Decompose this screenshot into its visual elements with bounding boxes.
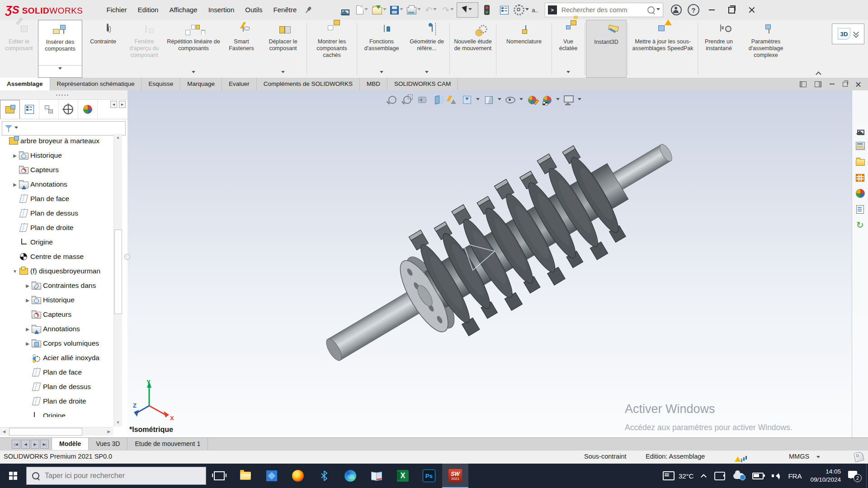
exploded-view-button[interactable]: Vue éclatée [553, 20, 584, 78]
expand-arrow-icon[interactable]: ▶ [24, 298, 31, 303]
document-minimize-icon[interactable] [830, 84, 835, 84]
undo-button[interactable]: ↶ [422, 2, 439, 18]
panel-grip[interactable] [0, 90, 127, 100]
show-hidden-components-button[interactable]: Montrer les composants cachés [308, 20, 356, 78]
sync-refresh-icon[interactable]: ↻ [855, 220, 866, 230]
previous-view-icon[interactable] [416, 94, 428, 106]
hidden-icons-button[interactable] [698, 464, 710, 488]
tree-item-root[interactable]: arbre broyeur à marteaux [0, 134, 113, 148]
bill-of-materials-button[interactable]: Nomenclature [497, 20, 551, 78]
menu-affichage[interactable]: Affichage [164, 0, 203, 20]
expand-arrow-icon[interactable]: ▶ [24, 341, 31, 346]
tab-property-manager[interactable] [20, 100, 39, 119]
solidworks-taskbar-button[interactable]: SW 2021 [442, 464, 468, 488]
annotations-visibility-icon[interactable] [446, 94, 458, 106]
tree-item-capteurs-2[interactable]: Capteurs [0, 307, 113, 322]
apply-scene-icon[interactable] [541, 94, 553, 106]
firefox-button[interactable] [285, 464, 311, 488]
design-library-icon[interactable] [855, 141, 866, 151]
tab-complements[interactable]: Compléments de SOLIDWORKS [257, 78, 360, 90]
tab-scroll-right-icon[interactable]: ▸ [119, 101, 126, 108]
tab-representation-schematique[interactable]: Représentation schématique [50, 78, 142, 90]
show-desktop-button[interactable] [866, 464, 868, 488]
section-view-icon[interactable] [431, 94, 443, 106]
tree-horizontal-scrollbar[interactable]: ◀ ▶ [0, 427, 113, 436]
photos-button[interactable] [259, 464, 285, 488]
tree-item-centre-de-masse[interactable]: Centre de masse [0, 249, 113, 264]
expand-arrow-icon[interactable]: ▶ [24, 283, 31, 288]
tab-etude-de-mouvement[interactable]: Etude de mouvement 1 [127, 438, 208, 450]
insert-components-dropdown[interactable] [38, 65, 82, 77]
tree-item-annotations[interactable]: ▶ Annotations [0, 177, 113, 192]
tree-item-contraintes[interactable]: ▶ Contraintes dans [0, 278, 113, 293]
minimize-button[interactable] [702, 0, 722, 20]
redo-button[interactable]: ↷ [439, 2, 457, 18]
command-search-input[interactable] [561, 6, 646, 14]
display-style-dropdown-icon[interactable] [498, 98, 501, 102]
tab-evaluer[interactable]: Evaluer [222, 78, 257, 90]
units-label[interactable]: MMGS [789, 453, 809, 460]
filter-dropdown-icon[interactable] [14, 127, 18, 131]
screen-cast-button[interactable] [710, 464, 729, 488]
taskbar-search[interactable] [26, 467, 206, 485]
home-button[interactable] [336, 2, 354, 18]
language-button[interactable]: FRA [784, 464, 806, 488]
help-button[interactable]: ? [685, 2, 702, 18]
file-explorer-icon[interactable] [855, 156, 866, 167]
tree-item-corps-volumiques[interactable]: ▶ Corps volumiques [0, 336, 113, 351]
view-orientation-icon[interactable] [461, 94, 473, 106]
zoom-to-area-icon[interactable] [401, 94, 413, 106]
volume-button[interactable] [768, 464, 784, 488]
menu-outils[interactable]: Outils [240, 0, 268, 20]
command-search[interactable]: > [545, 3, 663, 17]
tree-item-plan-de-dessus[interactable]: Plan de dessus [0, 206, 113, 221]
tree-item-plan-de-dessus-2[interactable]: Plan de dessus [0, 380, 113, 394]
pane-right-icon[interactable] [815, 81, 821, 87]
close-button[interactable] [742, 0, 762, 20]
take-snapshot-button[interactable]: Prendre un instantané [699, 20, 739, 78]
onedrive-button[interactable] [729, 464, 748, 488]
tree-item-origine-2[interactable]: Origine [0, 408, 113, 417]
options-button[interactable] [513, 2, 530, 18]
graphics-viewport[interactable]: ↻ Y X Z *Isométrique Activer Windows Acc… [127, 90, 868, 437]
panel-splitter-handle[interactable] [124, 254, 130, 260]
expand-arrow-icon[interactable]: ▶ [12, 182, 18, 187]
apply-scene-dropdown-icon[interactable] [556, 98, 560, 102]
property-tab-button[interactable] [495, 2, 513, 18]
next-tab-icon[interactable]: ▶ [31, 440, 39, 449]
view-palette-icon[interactable] [855, 172, 866, 183]
tree-vertical-scrollbar[interactable]: ▲ ▼ [113, 134, 122, 427]
reference-geometry-button[interactable]: Géométrie de référe... [405, 20, 448, 78]
edge-button[interactable] [337, 464, 363, 488]
expand-arrow-icon[interactable]: ▶ [12, 153, 18, 158]
book-app-button[interactable] [363, 464, 390, 488]
appearances-scenes-icon[interactable] [855, 188, 866, 199]
tree-item-plan-de-droite-2[interactable]: Plan de droite [0, 394, 113, 408]
clock-button[interactable]: 14:05 09/10/2024 [806, 468, 845, 483]
tree-item-material[interactable]: Acier allié inoxyda [0, 351, 113, 365]
tree-item-plan-de-face-2[interactable]: Plan de face [0, 365, 113, 380]
display-style-icon[interactable] [483, 94, 495, 106]
new-document-button[interactable] [354, 2, 371, 18]
insert-components-button[interactable]: Insérer des composants [38, 20, 82, 78]
bluetooth-button[interactable] [311, 464, 337, 488]
taskbar-search-input[interactable] [44, 471, 200, 480]
tab-configuration-manager[interactable] [39, 100, 59, 119]
tab-scroll-left-icon[interactable]: ◂ [110, 101, 117, 108]
tab-esquisse[interactable]: Esquisse [142, 78, 180, 90]
tab-assemblage[interactable]: Assemblage [0, 78, 50, 90]
new-motion-study-button[interactable]: Nouvelle étude de mouvement [451, 20, 495, 78]
mate-button[interactable]: Contrainte [82, 20, 124, 78]
hide-show-dropdown-icon[interactable] [519, 98, 523, 102]
linear-pattern-dropdown[interactable] [192, 71, 195, 75]
previous-tab-icon[interactable]: ◀ [21, 440, 30, 449]
tree-item-part[interactable]: ▼ (f) disquesbroyeurman [0, 264, 113, 278]
view-settings-dropdown-icon[interactable] [578, 98, 581, 102]
select-tool-button[interactable] [457, 2, 478, 18]
search-icon[interactable] [647, 6, 655, 14]
tree-item-historique[interactable]: ▶ Historique [0, 148, 113, 163]
tab-solidworks-cam[interactable]: SOLIDWORKS CAM [387, 78, 458, 90]
reference-geometry-dropdown[interactable] [425, 71, 429, 75]
performance-warning-icon[interactable] [735, 452, 745, 461]
tab-marquage[interactable]: Marquage [180, 78, 222, 90]
